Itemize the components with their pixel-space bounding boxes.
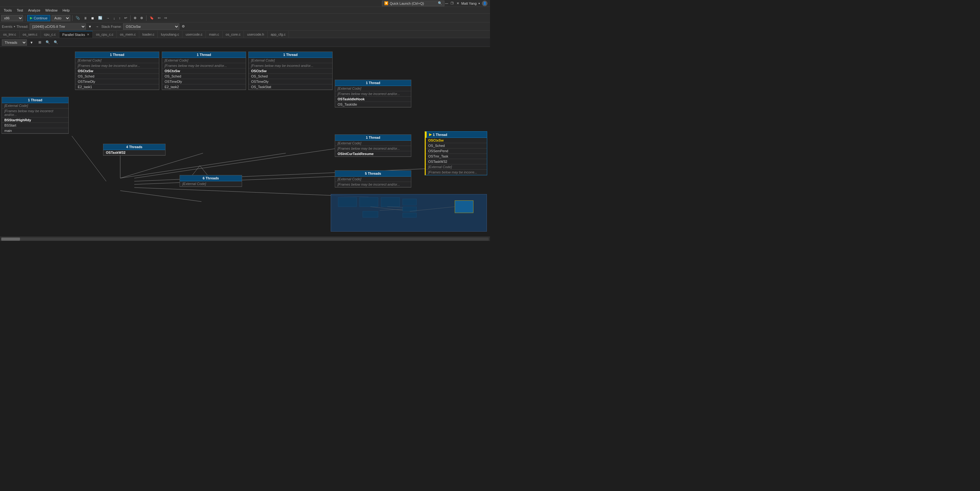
titlebar: 🔽 Quick Launch (Ctrl+Q) 🔍 — ❐ ✕ Matt Yan… bbox=[0, 0, 490, 7]
user-area: Matt Yang ▾ 👤 bbox=[461, 1, 487, 6]
thread-next-btn[interactable]: → bbox=[94, 23, 100, 30]
stackframe-btn[interactable]: ⚙ bbox=[180, 23, 186, 30]
node-2-row5: E2_task2 bbox=[162, 84, 246, 90]
stop-btn[interactable]: ⏹ bbox=[90, 15, 95, 22]
node-2[interactable]: 1 Thread [External Code] [Frames below m… bbox=[162, 51, 246, 90]
node-5-header: 1 Thread bbox=[335, 80, 411, 86]
node-8[interactable]: 6 Threads [External Code] bbox=[180, 175, 242, 187]
search-icon: 🔍 bbox=[438, 1, 442, 5]
attach-btn[interactable]: 📎 bbox=[74, 15, 81, 22]
tab-close-parallel-stacks[interactable]: ✕ bbox=[87, 33, 89, 36]
tab-luyouliang[interactable]: luyouliang.c bbox=[158, 31, 182, 38]
node-4[interactable]: 4 Threads OSTaskW32 bbox=[103, 144, 165, 156]
node-left[interactable]: 1 Thread [External Code] [Frames below m… bbox=[2, 97, 69, 134]
debug-bar: Events ▾ Thread: [10440] uC/OS-II Tmr ▼ … bbox=[0, 22, 490, 30]
node-6-row1: [Frames below may be incorrect and/or... bbox=[335, 146, 411, 151]
stackframe-select[interactable]: OSCtxSw bbox=[123, 24, 179, 30]
tab-app-cfg[interactable]: app_cfg.c bbox=[268, 31, 289, 38]
main-content: Threads ▼ ⊞ 🔍 🔍 bbox=[0, 38, 490, 246]
node-2-row1: [Frames below may be incorrect and/or... bbox=[162, 63, 246, 69]
node-current-row6: [Frames below may be incorre... bbox=[426, 170, 487, 175]
svg-line-3 bbox=[134, 144, 369, 178]
node-6[interactable]: 1 Thread [External Code] [Frames below m… bbox=[335, 134, 411, 157]
node-3[interactable]: 1 Thread [External Code] [Frames below m… bbox=[248, 51, 332, 90]
node-6-header: 1 Thread bbox=[335, 135, 411, 141]
sep4 bbox=[146, 15, 146, 21]
node-3-row1: [Frames below may be incorrect and/or... bbox=[248, 63, 332, 69]
thread-label: Thread: bbox=[17, 25, 29, 29]
scrollbar-thumb[interactable] bbox=[1, 238, 20, 241]
node-5-row2: OSTaskIdleHook bbox=[335, 97, 411, 102]
tab-os-tmr[interactable]: os_tmr.c bbox=[0, 31, 20, 38]
tab-os-mem[interactable]: os_mem.c bbox=[117, 31, 139, 38]
nav-btn[interactable]: ⇦ bbox=[156, 15, 162, 22]
quick-launch-placeholder: Quick Launch (Ctrl+Q) bbox=[390, 2, 424, 5]
node-2-row0: [External Code] bbox=[162, 58, 246, 63]
menu-tools[interactable]: Tools bbox=[1, 8, 14, 13]
node-current-header: ▶ 1 Thread bbox=[426, 132, 487, 138]
thread-select[interactable]: [10440] uC/OS-II Tmr bbox=[30, 24, 86, 30]
node-7[interactable]: 5 Threads [External Code] [Frames below … bbox=[335, 171, 411, 188]
step-back-btn[interactable]: ↩ bbox=[123, 15, 128, 22]
node-current-row5: [External Code] bbox=[426, 164, 487, 170]
ps-zoom-out-btn[interactable]: 🔍 bbox=[52, 39, 59, 46]
ps-zoom-fit-btn[interactable]: ⊞ bbox=[36, 39, 43, 46]
tab-main[interactable]: main.c bbox=[206, 31, 222, 38]
tab-usercode[interactable]: usercode.c bbox=[182, 31, 206, 38]
continue-mode-select[interactable]: Auto bbox=[51, 15, 70, 21]
menu-help[interactable]: Help bbox=[60, 8, 72, 13]
menu-window[interactable]: Window bbox=[43, 8, 60, 13]
node-5[interactable]: 1 Thread [External Code] [Frames below m… bbox=[335, 80, 411, 107]
tab-os-core[interactable]: os_core.c bbox=[223, 31, 244, 38]
tab-os-sem[interactable]: os_sem.c bbox=[20, 31, 41, 38]
filter-icon: 🔽 bbox=[384, 1, 388, 5]
svg-line-6 bbox=[120, 191, 201, 202]
node-1[interactable]: 1 Thread [External Code] [Frames below m… bbox=[75, 51, 159, 90]
menu-analyze[interactable]: Analyze bbox=[25, 8, 43, 13]
ps-zoom-in-btn[interactable]: 🔍 bbox=[45, 39, 51, 46]
node-3-header: 1 Thread bbox=[248, 52, 332, 58]
thread-filter-btn[interactable]: ▼ bbox=[87, 23, 93, 30]
node-5-row0: [External Code] bbox=[335, 86, 411, 91]
node-3-row4: OSTimeDly bbox=[248, 79, 332, 84]
node-4-row0: OSTaskW32 bbox=[103, 150, 165, 155]
menu-test[interactable]: Test bbox=[14, 8, 25, 13]
node-current-row2: OSSemPend bbox=[426, 148, 487, 154]
step-over-btn[interactable]: → bbox=[105, 15, 111, 22]
breakpoints-btn[interactable]: ⊗ bbox=[139, 15, 144, 22]
close-button[interactable]: ✕ bbox=[456, 1, 460, 6]
breakpoint-btn[interactable]: ⊕ bbox=[132, 15, 138, 22]
node-7-header: 5 Threads bbox=[335, 171, 411, 177]
node-8-header: 6 Threads bbox=[180, 175, 242, 181]
minimize-button[interactable]: — bbox=[444, 1, 449, 6]
ps-filter-btn[interactable]: ▼ bbox=[28, 39, 35, 46]
arch-select[interactable]: x86 bbox=[1, 15, 23, 21]
node-5-row1: [Frames below may be incorrect and/or... bbox=[335, 91, 411, 97]
nav-fwd-btn[interactable]: ⇨ bbox=[163, 15, 168, 22]
node-5-row3: OS_TaskIdle bbox=[335, 102, 411, 107]
tab-os-cpu-c[interactable]: os_cpu_c.c bbox=[93, 31, 117, 38]
svg-rect-14 bbox=[363, 211, 378, 218]
svg-rect-13 bbox=[402, 207, 416, 211]
tab-cpu-c[interactable]: cpu_c.c bbox=[41, 31, 59, 38]
horizontal-scrollbar[interactable] bbox=[0, 237, 490, 241]
ps-view-select[interactable]: Threads bbox=[2, 39, 27, 46]
node-1-row0: [External Code] bbox=[75, 58, 159, 63]
bookmark-btn[interactable]: 🔖 bbox=[148, 15, 155, 22]
step-into-btn[interactable]: ↓ bbox=[112, 15, 116, 22]
pause-btn[interactable]: ⏸ bbox=[83, 15, 88, 22]
tab-parallel-stacks[interactable]: Parallel Stacks ✕ bbox=[59, 31, 93, 38]
tab-loader[interactable]: loader.c bbox=[139, 31, 158, 38]
restart-btn[interactable]: 🔄 bbox=[97, 15, 104, 22]
node-left-row0: [External Code] bbox=[2, 103, 68, 108]
user-name: Matt Yang bbox=[461, 2, 477, 5]
step-out-btn[interactable]: ↑ bbox=[118, 15, 122, 22]
node-current[interactable]: ▶ 1 Thread OSCtxSw OS_Sched OSSemPend OS… bbox=[425, 131, 487, 175]
node-8-row0: [External Code] bbox=[180, 181, 242, 187]
restore-button[interactable]: ❐ bbox=[450, 1, 454, 6]
continue-button[interactable]: ▶ Continue bbox=[27, 15, 50, 21]
tab-usercode-h[interactable]: usercode.h bbox=[244, 31, 267, 38]
parallel-stacks-canvas[interactable]: 1 Thread [External Code] [Frames below m… bbox=[0, 47, 490, 241]
ps-toolbar: Threads ▼ ⊞ 🔍 🔍 bbox=[0, 38, 490, 47]
quick-launch-bar[interactable]: 🔽 Quick Launch (Ctrl+Q) 🔍 bbox=[382, 1, 444, 6]
